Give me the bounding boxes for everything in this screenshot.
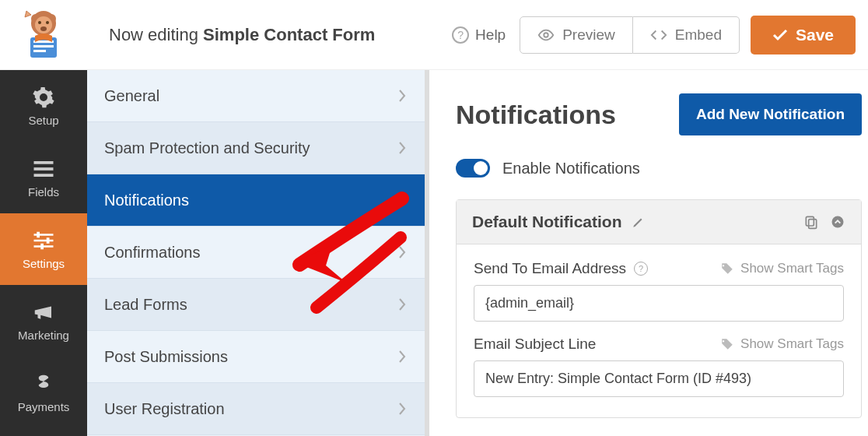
svg-point-23: [832, 216, 844, 228]
svg-rect-19: [47, 237, 50, 244]
help-button[interactable]: ? Help: [452, 26, 506, 44]
settings-item-notifications[interactable]: Notifications: [87, 174, 425, 227]
preview-button[interactable]: Preview: [520, 16, 633, 54]
svg-rect-12: [34, 161, 54, 164]
settings-item-label: User Registration: [104, 400, 225, 418]
subject-label: Email Subject Line: [474, 336, 596, 353]
embed-button[interactable]: Embed: [633, 16, 740, 54]
subject-input[interactable]: [474, 360, 844, 397]
chevron-right-icon: [398, 297, 406, 311]
settings-item-general[interactable]: General: [87, 70, 425, 122]
top-bar: Now editing Simple Contact Form ? Help P…: [0, 0, 868, 70]
save-label: Save: [796, 26, 834, 44]
settings-item-user-registration[interactable]: User Registration: [87, 383, 425, 435]
nav-setup[interactable]: Setup: [0, 70, 87, 142]
svg-rect-9: [33, 45, 54, 47]
svg-rect-20: [40, 243, 44, 249]
send-to-label: Send To Email Address: [474, 260, 626, 277]
settings-item-label: Notifications: [104, 192, 189, 209]
notification-panel: Default Notification Send To Email Addre…: [456, 199, 862, 418]
nav-label: Marketing: [18, 329, 69, 342]
preview-embed-group: Preview Embed: [520, 16, 740, 54]
dollar-icon: [32, 372, 55, 396]
show-smart-tags-button[interactable]: Show Smart Tags: [720, 261, 844, 276]
code-icon: [650, 26, 667, 44]
logo: [0, 8, 87, 62]
help-icon: ?: [452, 26, 469, 44]
svg-rect-14: [34, 174, 54, 177]
nav-fields[interactable]: Fields: [0, 142, 87, 213]
svg-rect-10: [33, 50, 46, 52]
enable-notifications-toggle[interactable]: [456, 159, 490, 178]
chevron-right-icon: [398, 245, 406, 259]
check-icon: [772, 29, 788, 41]
chevron-right-icon: [398, 141, 406, 155]
svg-point-4: [40, 26, 47, 31]
settings-item-label: Lead Forms: [104, 296, 187, 314]
eye-icon: [537, 26, 555, 44]
settings-item-label: General: [104, 87, 159, 105]
add-notification-button[interactable]: Add New Notification: [679, 93, 862, 135]
nav-marketing[interactable]: Marketing: [0, 285, 87, 357]
chevron-right-icon: [398, 402, 406, 416]
chevron-right-icon: [398, 350, 406, 364]
preview-label: Preview: [562, 26, 615, 44]
nav-payments[interactable]: Payments: [0, 357, 87, 428]
megaphone-icon: [32, 301, 55, 324]
tag-icon: [720, 337, 734, 351]
editing-title: Now editing Simple Contact Form: [109, 25, 452, 45]
gear-icon: [32, 86, 55, 109]
form-name: Simple Contact Form: [203, 25, 375, 44]
main-content: Notifications Add New Notification Enabl…: [429, 70, 868, 436]
editing-prefix: Now editing: [109, 25, 203, 44]
left-nav: Setup Fields Settings Marketing Payments: [0, 70, 87, 436]
list-icon: [32, 157, 55, 181]
nav-settings[interactable]: Settings: [0, 213, 87, 285]
svg-point-6: [46, 21, 49, 24]
nav-label: Setup: [28, 114, 58, 127]
nav-label: Settings: [23, 257, 65, 270]
svg-point-5: [38, 21, 41, 24]
smart-tags-label: Show Smart Tags: [740, 336, 844, 352]
settings-item-post-submissions[interactable]: Post Submissions: [87, 331, 425, 383]
chevron-right-icon: [398, 193, 406, 207]
pencil-icon[interactable]: [632, 215, 646, 229]
help-label: Help: [475, 26, 506, 44]
wpforms-logo-icon: [16, 8, 71, 62]
page-title: Notifications: [456, 100, 616, 130]
copy-icon[interactable]: [803, 214, 819, 230]
svg-rect-13: [34, 167, 54, 171]
settings-item-label: Post Submissions: [104, 348, 228, 366]
collapse-icon[interactable]: [830, 214, 845, 230]
embed-label: Embed: [675, 26, 722, 44]
enable-notifications-label: Enable Notifications: [502, 160, 640, 178]
smart-tags-label: Show Smart Tags: [740, 261, 844, 276]
panel-header: Default Notification: [457, 200, 861, 244]
nav-label: Fields: [28, 185, 59, 199]
svg-point-11: [544, 33, 548, 37]
tag-icon: [720, 262, 734, 276]
settings-item-spam[interactable]: Spam Protection and Security: [87, 122, 425, 174]
sliders-icon: [32, 229, 55, 252]
show-smart-tags-button[interactable]: Show Smart Tags: [720, 336, 844, 352]
settings-item-confirmations[interactable]: Confirmations: [87, 227, 425, 279]
svg-rect-16: [34, 239, 54, 241]
send-to-input[interactable]: [474, 285, 844, 322]
settings-item-lead-forms[interactable]: Lead Forms: [87, 279, 425, 331]
chevron-right-icon: [398, 89, 406, 103]
nav-label: Payments: [18, 400, 70, 413]
svg-rect-18: [37, 231, 40, 237]
settings-list: General Spam Protection and Security Not…: [87, 70, 429, 436]
panel-title: Default Notification: [472, 213, 622, 231]
settings-item-label: Spam Protection and Security: [104, 139, 310, 157]
svg-rect-21: [806, 216, 814, 226]
settings-item-label: Confirmations: [104, 244, 200, 262]
svg-rect-22: [809, 220, 817, 229]
help-icon[interactable]: ?: [634, 262, 648, 276]
save-button[interactable]: Save: [751, 16, 856, 54]
